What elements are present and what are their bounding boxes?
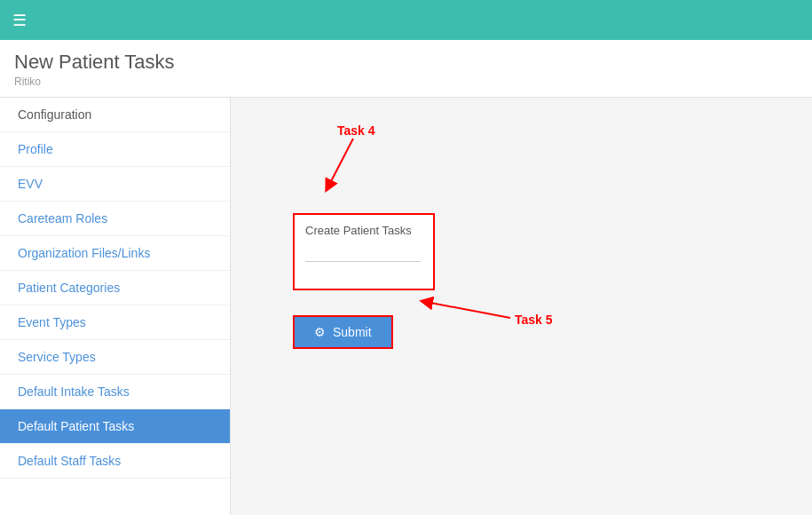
sidebar-item-default-intake-tasks[interactable]: Default Intake Tasks	[0, 375, 230, 409]
page-header: New Patient Tasks Ritiko	[0, 40, 812, 98]
sidebar-item-event-types[interactable]: Event Types	[0, 305, 230, 340]
sidebar-item-profile[interactable]: Profile	[0, 132, 230, 167]
hamburger-icon[interactable]: ☰	[12, 11, 27, 30]
sidebar-item-default-staff-tasks[interactable]: Default Staff Tasks	[0, 444, 230, 479]
gear-icon: ⚙	[314, 325, 326, 339]
submit-button[interactable]: ⚙ Submit	[295, 317, 391, 347]
sidebar-item-patient-categories[interactable]: Patient Categories	[0, 271, 230, 305]
topbar: ☰	[0, 0, 812, 40]
page-subtitle: Ritiko	[14, 75, 798, 88]
sidebar-item-service-types[interactable]: Service Types	[0, 340, 230, 375]
sidebar-item-evv[interactable]: EVV	[0, 167, 230, 202]
main-content: Task 4 Task 5 Create	[231, 98, 812, 515]
task5-arrow	[426, 302, 510, 318]
task-name-input[interactable]	[305, 244, 421, 262]
sidebar-item-configuration[interactable]: Configuration	[0, 98, 230, 132]
form-section-label: Create Patient Tasks	[305, 224, 422, 237]
task5-annotation: Task 5	[515, 313, 553, 327]
task4-annotation: Task 4	[337, 123, 375, 138]
task4-arrow	[328, 139, 353, 186]
submit-label: Submit	[333, 325, 372, 339]
page-title: New Patient Tasks	[14, 51, 798, 74]
sidebar: Configuration Profile EVV Careteam Roles…	[0, 98, 231, 515]
sidebar-item-default-patient-tasks[interactable]: Default Patient Tasks	[0, 409, 230, 444]
sidebar-item-org-files[interactable]: Organization Files/Links	[0, 236, 230, 271]
submit-button-wrapper: ⚙ Submit	[293, 315, 393, 349]
sidebar-item-careteam-roles[interactable]: Careteam Roles	[0, 202, 230, 236]
create-patient-tasks-form: Create Patient Tasks	[293, 213, 435, 290]
